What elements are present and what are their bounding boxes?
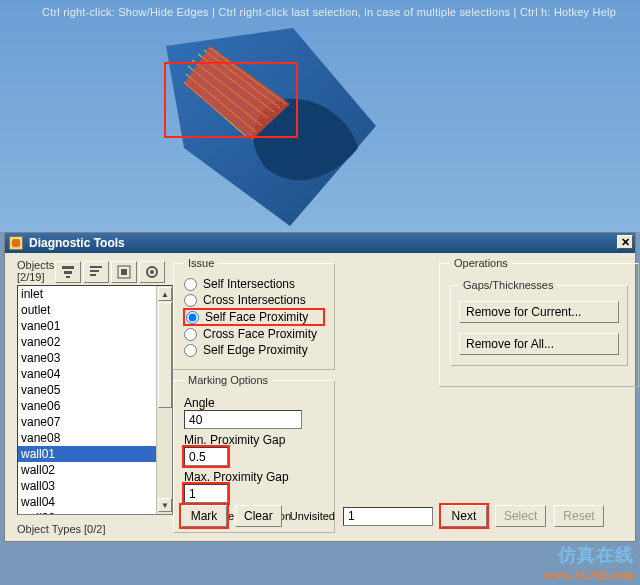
max-gap-input[interactable]: [184, 484, 228, 503]
bottom-button-row: Mark Clear Unvisited Next Select Reset: [181, 505, 604, 527]
list-item[interactable]: wall02: [18, 462, 172, 478]
list-item[interactable]: vane08: [18, 430, 172, 446]
diagnostic-tools-dialog: Diagnostic Tools ✕ Objects [2/19]: [4, 232, 636, 542]
min-gap-input[interactable]: [184, 447, 228, 466]
list-item[interactable]: inlet: [18, 286, 172, 302]
issue-legend: Issue: [184, 257, 218, 269]
unvisited-label: Unvisited: [290, 510, 335, 522]
gaps-legend: Gaps/Thicknesses: [459, 279, 557, 291]
mark-button[interactable]: Mark: [181, 505, 227, 527]
operations-legend: Operations: [450, 257, 512, 269]
max-gap-label: Max. Proximity Gap: [184, 470, 324, 484]
close-button[interactable]: ✕: [617, 235, 633, 249]
radio-input[interactable]: [184, 278, 197, 291]
unvisited-input[interactable]: [343, 507, 433, 526]
radio-input[interactable]: [184, 328, 197, 341]
objects-listbox[interactable]: inletoutletvane01vane02vane03vane04vane0…: [17, 285, 173, 515]
svg-point-9: [150, 270, 154, 274]
radio-self-face-proximity[interactable]: Self Face Proximity: [184, 309, 324, 325]
list-item[interactable]: wall06: [18, 510, 172, 515]
radio-self-intersections[interactable]: Self Intersections: [184, 277, 324, 291]
list-item[interactable]: vane06: [18, 398, 172, 414]
min-gap-label: Min. Proximity Gap: [184, 433, 324, 447]
radio-cross-intersections[interactable]: Cross Intersections: [184, 293, 324, 307]
viewport-hint: Ctrl right-click: Show/Hide Edges | Ctrl…: [42, 6, 616, 18]
sort-button[interactable]: [83, 261, 109, 283]
list-item[interactable]: vane03: [18, 350, 172, 366]
clear-button[interactable]: Clear: [235, 505, 282, 527]
objects-count-label: Objects [2/19]: [17, 259, 55, 283]
angle-label: Angle: [184, 396, 324, 410]
select-all-button[interactable]: [111, 261, 137, 283]
dialog-title: Diagnostic Tools: [29, 236, 125, 250]
selection-rectangle: [164, 62, 298, 138]
svg-rect-4: [90, 270, 99, 272]
watermark-line1: 仿真在线: [543, 543, 634, 567]
watermark: 仿真在线 www.1CAE.com: [543, 543, 634, 583]
svg-rect-0: [62, 266, 74, 269]
right-area: Issue Self Intersections Cross Intersect…: [169, 257, 629, 541]
remove-current-button[interactable]: Remove for Current...: [459, 301, 619, 323]
remove-all-button[interactable]: Remove for All...: [459, 333, 619, 355]
radio-input[interactable]: [186, 311, 199, 324]
select-button[interactable]: Select: [495, 505, 546, 527]
reset-button[interactable]: Reset: [554, 505, 603, 527]
objects-panel: Objects [2/19] inle: [11, 257, 169, 541]
svg-rect-3: [90, 266, 102, 268]
dialog-titlebar[interactable]: Diagnostic Tools ✕: [5, 233, 635, 253]
objects-toolbar: [55, 261, 165, 283]
list-item[interactable]: wall04: [18, 494, 172, 510]
radio-cross-face-proximity[interactable]: Cross Face Proximity: [184, 327, 324, 341]
operations-group: Operations Gaps/Thicknesses Remove for C…: [439, 257, 639, 387]
list-item[interactable]: vane02: [18, 334, 172, 350]
svg-rect-1: [64, 271, 72, 274]
list-item[interactable]: vane05: [18, 382, 172, 398]
app-icon: [9, 236, 23, 250]
svg-rect-2: [66, 276, 70, 278]
deselect-button[interactable]: [139, 261, 165, 283]
list-item[interactable]: vane04: [18, 366, 172, 382]
radio-self-edge-proximity[interactable]: Self Edge Proximity: [184, 343, 324, 357]
issue-group: Issue Self Intersections Cross Intersect…: [173, 257, 335, 370]
viewport-3d[interactable]: Ctrl right-click: Show/Hide Edges | Ctrl…: [0, 0, 640, 232]
list-item[interactable]: vane01: [18, 318, 172, 334]
radio-input[interactable]: [184, 344, 197, 357]
radio-input[interactable]: [184, 294, 197, 307]
svg-rect-7: [121, 269, 127, 275]
list-item[interactable]: vane07: [18, 414, 172, 430]
watermark-line2: www.1CAE.com: [543, 567, 634, 583]
angle-input[interactable]: [184, 410, 302, 429]
svg-rect-5: [90, 274, 96, 276]
list-item[interactable]: wall03: [18, 478, 172, 494]
list-item[interactable]: wall01: [18, 446, 172, 462]
object-types-label: Object Types [0/2]: [17, 523, 165, 535]
list-item[interactable]: outlet: [18, 302, 172, 318]
next-button[interactable]: Next: [441, 505, 487, 527]
filter-button[interactable]: [55, 261, 81, 283]
marking-legend: Marking Options: [184, 374, 272, 386]
